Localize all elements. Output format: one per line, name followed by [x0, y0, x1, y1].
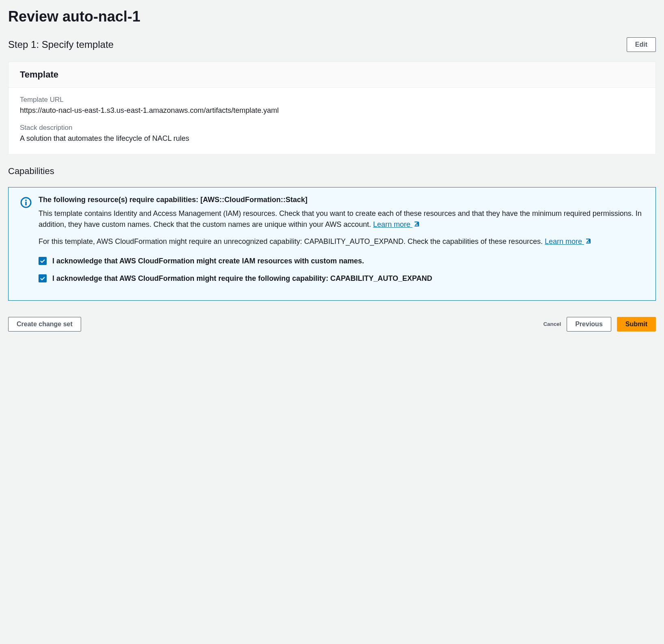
info-para1-text: This template contains Identity and Acce… [39, 209, 642, 228]
learn-more-link-2[interactable]: Learn more [545, 237, 591, 246]
info-paragraph-2: For this template, AWS CloudFormation mi… [39, 236, 644, 248]
stack-description-label: Stack description [20, 124, 644, 132]
footer-actions: Create change set Cancel Previous Submit [8, 317, 656, 332]
step-header-row: Step 1: Specify template Edit [8, 37, 656, 52]
info-paragraph-1: This template contains Identity and Acce… [39, 208, 644, 230]
info-content: The following resource(s) require capabi… [39, 196, 644, 291]
template-url-field: Template URL https://auto-nacl-us-east-1… [20, 96, 644, 115]
ack-label-1[interactable]: I acknowledge that AWS CloudFormation mi… [52, 256, 364, 267]
info-icon [20, 196, 32, 291]
ack-checkbox-2[interactable] [39, 274, 47, 282]
template-panel-body: Template URL https://auto-nacl-us-east-1… [9, 88, 655, 154]
capabilities-heading: Capabilities [8, 166, 656, 177]
stack-description-field: Stack description A solution that automa… [20, 124, 644, 143]
previous-button[interactable]: Previous [567, 317, 611, 332]
learn-more-label-2: Learn more [545, 237, 584, 246]
create-change-set-button[interactable]: Create change set [8, 317, 81, 332]
acknowledgement-item-1: I acknowledge that AWS CloudFormation mi… [39, 256, 644, 267]
learn-more-label-1: Learn more [373, 220, 413, 228]
template-panel-header: Template [9, 62, 655, 88]
svg-rect-1 [25, 200, 26, 201]
cancel-button[interactable]: Cancel [543, 321, 561, 327]
template-panel: Template Template URL https://auto-nacl-… [8, 62, 656, 155]
template-url-value: https://auto-nacl-us-east-1.s3.us-east-1… [20, 106, 644, 115]
external-link-icon [413, 220, 420, 230]
page-title: Review auto-nacl-1 [8, 8, 656, 25]
svg-rect-2 [25, 202, 26, 205]
info-para2-text: For this template, AWS CloudFormation mi… [39, 237, 545, 246]
acknowledgement-list: I acknowledge that AWS CloudFormation mi… [39, 256, 644, 284]
ack-checkbox-1[interactable] [39, 257, 47, 265]
footer-right: Cancel Previous Submit [543, 317, 656, 332]
capabilities-info-box: The following resource(s) require capabi… [8, 187, 656, 301]
template-url-label: Template URL [20, 96, 644, 104]
step-title: Step 1: Specify template [8, 39, 114, 50]
learn-more-link-1[interactable]: Learn more [373, 220, 420, 228]
edit-button[interactable]: Edit [627, 37, 656, 52]
footer-left: Create change set [8, 317, 81, 332]
stack-description-value: A solution that automates the lifecycle … [20, 134, 644, 143]
submit-button[interactable]: Submit [617, 317, 656, 332]
ack-label-2[interactable]: I acknowledge that AWS CloudFormation mi… [52, 273, 432, 284]
external-link-icon [585, 237, 591, 248]
info-title: The following resource(s) require capabi… [39, 196, 644, 204]
template-panel-heading: Template [20, 69, 644, 80]
acknowledgement-item-2: I acknowledge that AWS CloudFormation mi… [39, 273, 644, 284]
